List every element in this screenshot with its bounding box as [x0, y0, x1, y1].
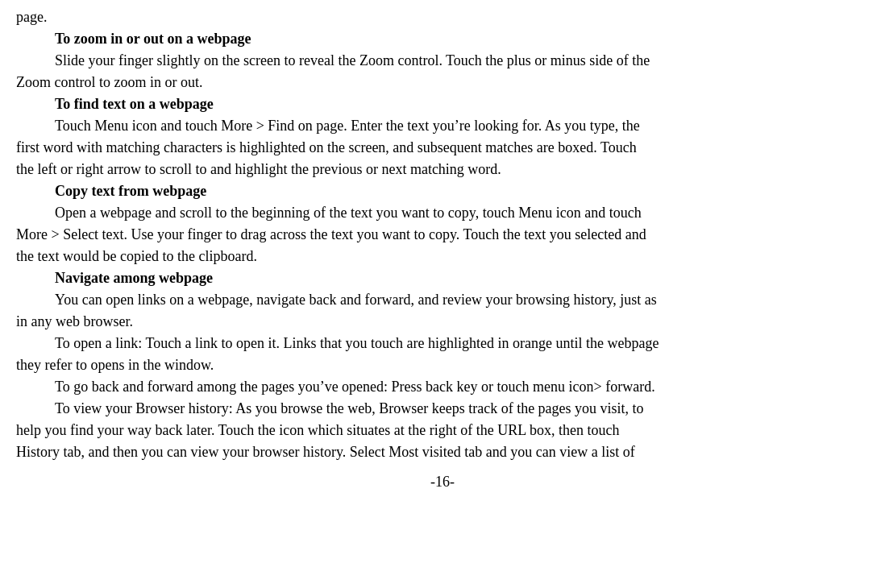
copy-text-body2: the text would be copied to the clipboar…: [16, 246, 869, 267]
copy-text-heading-line: Copy text from webpage: [16, 180, 869, 202]
open-link-body: they refer to opens in the window.: [16, 354, 869, 376]
zoom-indented-text: Slide your finger slightly on the screen…: [16, 50, 869, 72]
find-text-body1: first word with matching characters is h…: [16, 137, 869, 159]
navigate-heading-line: Navigate among webpage: [16, 267, 869, 289]
find-text-indented: Touch Menu icon and touch More > Find on…: [16, 115, 869, 137]
copy-text-heading: Copy text from webpage: [55, 183, 206, 199]
page-number: -16-: [16, 471, 869, 493]
navigate-body: in any web browser.: [16, 311, 869, 333]
find-text-heading-line: To find text on a webpage: [16, 93, 869, 115]
zoom-body-text: Zoom control to zoom in or out.: [16, 72, 869, 93]
browser-history-body1: help you find your way back later. Touch…: [16, 420, 869, 441]
browser-history-indented: To view your Browser history: As you bro…: [16, 398, 869, 420]
find-text-heading: To find text on a webpage: [55, 96, 214, 112]
opening-text: page.: [16, 6, 869, 28]
copy-text-body1: More > Select text. Use your finger to d…: [16, 224, 869, 246]
back-forward-indented: To go back and forward among the pages y…: [16, 376, 869, 398]
navigate-heading: Navigate among webpage: [55, 270, 213, 286]
copy-text-indented: Open a webpage and scroll to the beginni…: [16, 202, 869, 224]
page-container: page. To zoom in or out on a webpage Sli…: [0, 0, 885, 493]
navigate-indented: You can open links on a webpage, navigat…: [16, 289, 869, 311]
zoom-heading-line: To zoom in or out on a webpage: [16, 28, 869, 50]
browser-history-body2: History tab, and then you can view your …: [16, 441, 869, 463]
find-text-body2: the left or right arrow to scroll to and…: [16, 159, 869, 180]
open-link-indented: To open a link: Touch a link to open it.…: [16, 333, 869, 354]
zoom-heading: To zoom in or out on a webpage: [55, 31, 251, 47]
